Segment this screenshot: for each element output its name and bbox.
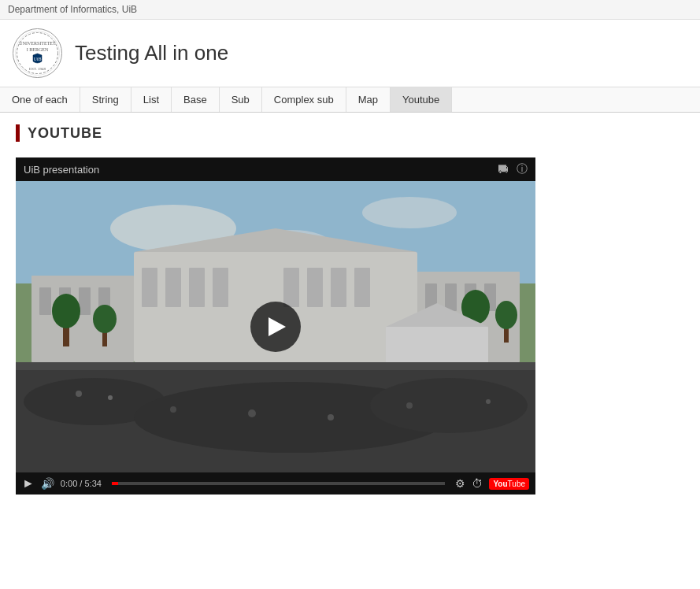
section-heading-text: YOUTUBE xyxy=(28,125,102,142)
play-pause-button[interactable]: ► xyxy=(22,476,35,491)
section-heading: YOUTUBE xyxy=(16,124,684,146)
tab-sub[interactable]: Sub xyxy=(220,87,262,112)
total-duration: 5:34 xyxy=(84,479,101,488)
video-controls: ► 🔊 0:00 / 5:34 YouTube xyxy=(16,472,535,495)
progress-bar[interactable] xyxy=(112,482,446,485)
page-title: Testing All in one xyxy=(75,41,228,65)
video-title-bar: UiB presentation ⛟ ⓘ xyxy=(16,157,535,181)
info-icon[interactable]: ⓘ xyxy=(517,162,528,176)
top-bar: Department of Informatics, UiB xyxy=(0,0,700,20)
tab-list[interactable]: List xyxy=(131,87,172,112)
annotations-button[interactable] xyxy=(472,477,483,490)
tab-complex-sub[interactable]: Complex sub xyxy=(262,87,346,112)
tab-youtube[interactable]: Youtube xyxy=(391,87,452,112)
settings-button[interactable] xyxy=(455,477,465,490)
main-content: YOUTUBE UiB presentation ⛟ ⓘ xyxy=(0,113,700,506)
video-title: UiB presentation xyxy=(24,164,99,176)
navigation: One of each String List Base Sub Complex… xyxy=(0,87,700,113)
svg-text:I BERGEN: I BERGEN xyxy=(27,47,49,52)
logo: UNIVERSITETET I BERGEN UiB EST. 1948 xyxy=(12,28,63,79)
tab-string[interactable]: String xyxy=(80,87,131,112)
svg-text:UiB: UiB xyxy=(33,57,41,61)
section-heading-bar xyxy=(16,124,20,142)
time-display: 0:00 / 5:34 xyxy=(61,479,102,488)
share-icon[interactable]: ⛟ xyxy=(498,163,509,176)
progress-bar-fill xyxy=(112,482,118,485)
video-top-icons: ⛟ ⓘ xyxy=(498,162,528,176)
tab-map[interactable]: Map xyxy=(346,87,391,112)
header: UNIVERSITETET I BERGEN UiB EST. 1948 Tes… xyxy=(0,20,700,87)
tab-base[interactable]: Base xyxy=(172,87,220,112)
play-button[interactable] xyxy=(250,302,301,352)
video-player: UiB presentation ⛟ ⓘ xyxy=(16,157,535,495)
tab-one-of-each[interactable]: One of each xyxy=(0,87,80,112)
svg-text:EST. 1948: EST. 1948 xyxy=(29,67,46,71)
institution-name: Department of Informatics, UiB xyxy=(8,4,137,15)
video-thumbnail xyxy=(16,181,535,472)
youtube-logo: YouTube xyxy=(489,478,529,490)
current-time: 0:00 xyxy=(61,479,77,488)
svg-text:UNIVERSITETET: UNIVERSITETET xyxy=(19,41,56,46)
volume-button[interactable]: 🔊 xyxy=(41,477,54,490)
